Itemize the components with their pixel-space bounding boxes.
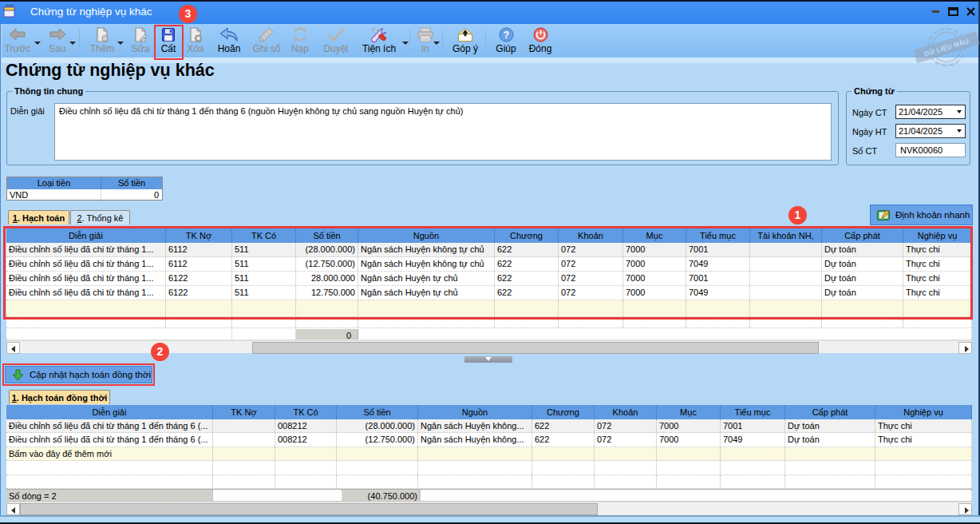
svg-text:?: ? — [503, 30, 508, 41]
